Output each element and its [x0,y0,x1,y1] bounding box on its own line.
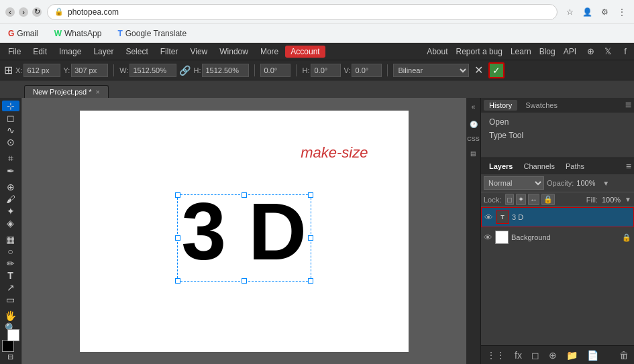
extra-tool-2[interactable]: ⊟ [2,353,19,361]
cancel-transform-button[interactable]: ✕ [472,64,486,76]
lock-transparent-btn[interactable]: □ [505,194,514,205]
layer-mask-btn[interactable]: ◻ [529,349,542,362]
type-button[interactable]: T [2,270,19,281]
tab-channels[interactable]: Channels [518,161,560,172]
layer-adj-btn[interactable]: ⊕ [546,349,560,362]
lasso-button[interactable]: ∿ [2,125,19,135]
layer-item-background[interactable]: 👁 Background 🔒 [481,227,634,247]
layer-eye-background[interactable]: 👁 [484,233,492,243]
history-options-btn[interactable]: ≡ [625,99,631,111]
more-browser-icon[interactable]: ⋮ [615,5,629,19]
canvas-area[interactable]: 3 D make-size [21,98,466,364]
social-icon-1[interactable]: ⊕ [584,46,596,58]
dodge-button[interactable]: ○ [2,246,19,257]
back-button[interactable]: ‹ [5,7,15,17]
layer-item-3d[interactable]: 👁 T 3 D [481,207,634,227]
layer-fx-btn[interactable]: fx [512,349,525,362]
h-input[interactable] [202,64,249,77]
menu-edit[interactable]: Edit [28,46,52,58]
handle-tl[interactable] [175,192,180,198]
confirm-transform-button[interactable]: ✓ [488,62,505,78]
handle-bm[interactable] [242,278,247,284]
v-skew-input[interactable] [352,64,382,77]
path-select-button[interactable]: ↗ [2,282,19,293]
handle-br[interactable] [308,278,313,284]
bookmark-gmail[interactable]: G Gmail [5,27,41,40]
lock-move-btn[interactable]: ↔ [528,194,539,205]
shape-button[interactable]: ▭ [2,294,19,305]
menu-layer[interactable]: Layer [88,46,119,58]
quick-select-button[interactable]: ⊙ [2,137,19,147]
brush-button[interactable]: 🖌 [2,194,19,204]
layer-group-btn[interactable]: 📁 [564,349,580,362]
social-twitter-icon[interactable]: 𝕏 [602,46,614,58]
user-icon[interactable]: 👤 [580,5,594,19]
menu-learn[interactable]: Learn [511,47,531,56]
menu-about[interactable]: About [427,47,447,56]
move-tool-button[interactable]: ⊹ [2,101,19,111]
opacity-arrow[interactable]: ▼ [602,180,609,187]
blend-mode-select[interactable]: Normal Dissolve Multiply [484,176,544,190]
spot-heal-button[interactable]: ⊕ [2,182,19,192]
layer-delete-btn[interactable]: 🗑 [617,349,631,362]
tab-paths[interactable]: Paths [560,161,590,172]
history-item-type-tool[interactable]: Type Tool [486,129,629,142]
tab-layers[interactable]: Layers [484,161,518,172]
handle-mr[interactable] [308,235,313,241]
pen-button[interactable]: ✏ [2,258,19,269]
lock-all-btn[interactable]: 🔒 [541,194,555,205]
rotation-input[interactable] [260,64,290,77]
w-input[interactable] [129,64,176,77]
layer-eye-3d[interactable]: 👁 [484,213,493,223]
h-skew-input[interactable] [311,64,341,77]
gradient-button[interactable]: ▦ [2,234,19,245]
handle-ml[interactable] [175,235,180,241]
handle-tr[interactable] [308,192,313,198]
extension-icon[interactable]: ⚙ [598,5,611,19]
menu-image[interactable]: Image [54,46,87,58]
menu-view[interactable]: View [184,46,213,58]
menu-report-bug[interactable]: Report a bug [456,47,503,56]
eraser-button[interactable]: ◈ [2,218,19,229]
foreground-color[interactable] [2,340,14,352]
panel-icon-css[interactable]: CSS [468,133,480,145]
handle-bl[interactable] [175,278,180,284]
menu-select[interactable]: Select [120,46,153,58]
panel-icon-layers[interactable]: ▤ [468,147,480,160]
background-color[interactable] [7,329,19,341]
tab-close-button[interactable]: × [95,88,99,96]
tab-swatches[interactable]: Swatches [520,100,563,111]
menu-account[interactable]: Account [285,46,325,58]
panel-icon-expand[interactable]: « [468,101,480,113]
bookmark-icon[interactable]: ☆ [563,5,576,19]
select-rect-button[interactable]: ◻ [2,113,19,123]
hand-button[interactable]: 🖐 [2,310,19,321]
interpolation-select[interactable]: Bilinear Bicubic Nearest Neighbor [393,64,469,77]
link-icon[interactable]: 🔗 [179,65,191,76]
history-item-open[interactable]: Open [486,115,629,129]
layer-link-btn[interactable]: ⋮⋮ [484,349,508,362]
crop-button[interactable]: ⌗ [2,153,19,164]
address-bar[interactable]: 🔒 photopea.com [47,4,558,20]
project-tab[interactable]: New Project.psd * × [24,85,109,98]
y-input[interactable] [71,64,108,77]
x-input[interactable] [23,64,60,77]
lock-paint-btn[interactable]: ✦ [516,194,526,205]
eyedropper-button[interactable]: ✒ [2,166,19,176]
bookmark-translate[interactable]: T Google Translate [115,27,189,40]
social-facebook-icon[interactable]: f [619,46,631,58]
tab-history[interactable]: History [484,100,517,111]
forward-button[interactable]: › [19,7,28,17]
layers-options-btn[interactable]: ≡ [626,161,631,172]
menu-file[interactable]: File [3,46,26,58]
panel-icon-history[interactable]: 🕐 [468,118,480,130]
menu-filter[interactable]: Filter [155,46,184,58]
clone-button[interactable]: ✦ [2,206,19,217]
refresh-button[interactable]: ↻ [32,7,42,17]
bookmark-whatsapp[interactable]: W WhatsApp [52,27,105,40]
menu-window[interactable]: Window [214,46,254,58]
layer-new-btn[interactable]: 📄 [584,349,601,362]
menu-api[interactable]: API [564,47,576,56]
menu-blog[interactable]: Blog [539,47,556,56]
fill-arrow[interactable]: ▼ [625,196,631,203]
